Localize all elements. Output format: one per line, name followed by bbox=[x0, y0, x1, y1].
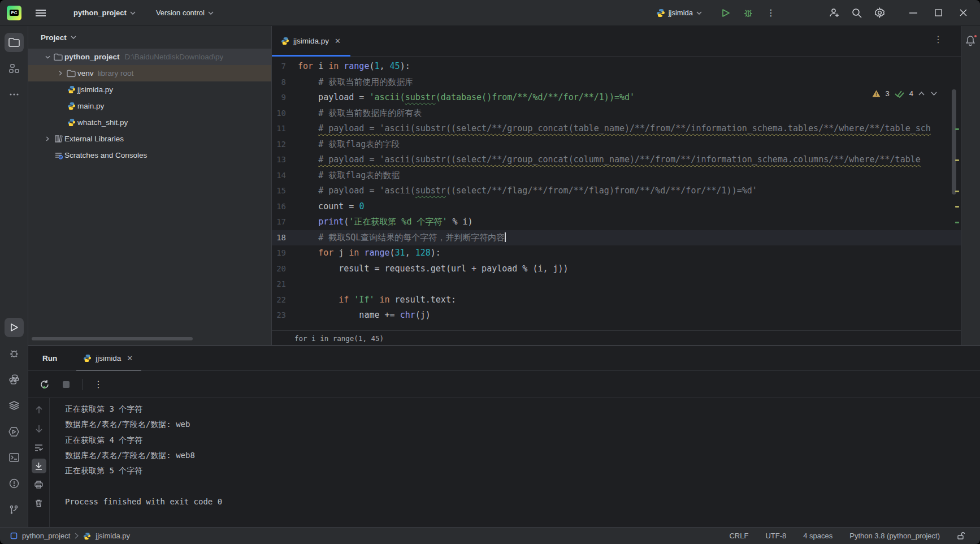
line-number[interactable]: 8 bbox=[272, 75, 298, 90]
rerun-button[interactable] bbox=[37, 377, 53, 392]
tab-close-icon[interactable]: ✕ bbox=[333, 36, 342, 46]
editor-vertical-scrollbar[interactable] bbox=[952, 89, 956, 195]
vcs-widget[interactable]: Version control bbox=[150, 4, 219, 22]
line-number[interactable]: 19 bbox=[272, 245, 298, 261]
run-icon[interactable] bbox=[5, 318, 24, 337]
line-number[interactable]: 22 bbox=[272, 292, 298, 308]
pycharm-logo: PC bbox=[7, 6, 21, 20]
run-tab-close-icon[interactable]: ✕ bbox=[125, 353, 135, 364]
print-icon[interactable] bbox=[32, 477, 46, 492]
code-editor[interactable]: 7for i in range(1, 45):8 # 获取当前使用的数据库9 p… bbox=[272, 57, 961, 330]
tree-item-venv[interactable]: venvlibrary root bbox=[28, 65, 271, 81]
toolbar-separator bbox=[82, 379, 83, 390]
warning-stripe-mark[interactable] bbox=[955, 206, 959, 208]
chevron-down-icon[interactable] bbox=[43, 55, 52, 59]
structure-icon[interactable] bbox=[5, 59, 24, 78]
text-caret bbox=[505, 232, 506, 242]
tree-item-external-libraries[interactable]: External Libraries bbox=[28, 131, 271, 147]
more-actions-icon[interactable]: ⋮ bbox=[760, 4, 782, 22]
stop-button[interactable] bbox=[58, 377, 74, 392]
more-tools-icon[interactable] bbox=[5, 85, 24, 104]
maximize-button[interactable] bbox=[926, 0, 951, 26]
problems-icon[interactable] bbox=[5, 474, 24, 493]
line-number[interactable]: 18 bbox=[272, 230, 298, 246]
status-project[interactable]: python_project bbox=[22, 532, 70, 540]
main-menu-icon[interactable] bbox=[29, 4, 52, 22]
python-console-icon[interactable] bbox=[5, 422, 24, 441]
python-packages-icon[interactable] bbox=[5, 370, 24, 389]
tree-item-jjsimida-py[interactable]: jjsimida.py bbox=[28, 81, 271, 98]
soft-wrap-icon[interactable] bbox=[32, 440, 46, 455]
line-number[interactable]: 7 bbox=[272, 59, 298, 75]
status-line-ending[interactable]: CRLF bbox=[729, 532, 748, 540]
terminal-icon[interactable] bbox=[5, 448, 24, 467]
console-line: 正在获取第 5 个字符 bbox=[65, 463, 222, 478]
line-number[interactable]: 11 bbox=[272, 121, 298, 137]
editor-tab-jjsimida[interactable]: jjsimida.py ✕ bbox=[272, 26, 350, 56]
typo-stripe-mark[interactable] bbox=[955, 128, 959, 130]
line-number[interactable]: 12 bbox=[272, 137, 298, 153]
up-stack-trace-icon[interactable] bbox=[32, 403, 46, 417]
chevron-right-icon bbox=[75, 533, 79, 539]
run-more-options-icon[interactable]: ⋮ bbox=[90, 377, 106, 392]
warning-stripe-mark[interactable] bbox=[955, 191, 959, 192]
tree-item-whatch-shit-py[interactable]: whatch_shit.py bbox=[28, 114, 271, 131]
line-number[interactable]: 14 bbox=[272, 168, 298, 184]
line-number[interactable]: 21 bbox=[272, 277, 298, 292]
status-interpreter[interactable]: Python 3.8 (python_project) bbox=[849, 532, 940, 540]
chevron-right-icon[interactable] bbox=[43, 136, 52, 141]
code-with-me-icon[interactable] bbox=[823, 4, 845, 22]
prev-problem-icon[interactable] bbox=[918, 92, 925, 96]
search-everywhere-icon[interactable] bbox=[845, 4, 868, 22]
down-stack-trace-icon[interactable] bbox=[32, 421, 46, 436]
line-number[interactable]: 9 bbox=[272, 90, 298, 106]
tree-item-label: venv bbox=[77, 69, 94, 77]
line-number[interactable]: 15 bbox=[272, 183, 298, 199]
inspections-widget[interactable]: 3 4 bbox=[872, 89, 937, 98]
code-text: # 获取flag表的数据 bbox=[298, 168, 400, 184]
project-widget[interactable]: python_project bbox=[68, 4, 141, 22]
next-problem-icon[interactable] bbox=[931, 92, 937, 96]
tree-item-label: jjsimida.py bbox=[77, 85, 113, 94]
editor-options-icon[interactable]: ⋮ bbox=[934, 34, 943, 45]
status-indent[interactable]: 4 spaces bbox=[803, 532, 832, 540]
settings-gear-icon[interactable] bbox=[868, 4, 891, 22]
status-encoding[interactable]: UTF-8 bbox=[765, 532, 786, 540]
status-file[interactable]: jjsimida.py bbox=[96, 532, 130, 540]
line-number[interactable]: 20 bbox=[272, 261, 298, 277]
typo-stripe-mark[interactable] bbox=[955, 222, 959, 223]
unlocked-padlock-icon[interactable] bbox=[957, 532, 965, 540]
python-icon bbox=[83, 532, 91, 540]
console-line bbox=[65, 478, 222, 494]
notifications-bell-icon[interactable] bbox=[965, 35, 977, 48]
run-console-output[interactable]: 正在获取第 3 个字符数据库名/表名/字段名/数据: web正在获取第 4 个字… bbox=[50, 398, 222, 527]
project-panel-header[interactable]: Project bbox=[28, 26, 271, 49]
console-line: 数据库名/表名/字段名/数据: web bbox=[65, 417, 222, 432]
minimize-button[interactable] bbox=[901, 0, 926, 26]
debug-icon[interactable] bbox=[5, 344, 24, 363]
run-panel-title[interactable]: Run bbox=[42, 354, 57, 362]
warning-stripe-mark[interactable] bbox=[955, 159, 959, 161]
tree-item-scratches-and-consoles[interactable]: Scratches and Consoles bbox=[28, 147, 271, 163]
line-number[interactable]: 10 bbox=[272, 106, 298, 122]
breadcrumbs-bar[interactable]: for i in range(1, 45) bbox=[272, 330, 961, 346]
line-number[interactable]: 17 bbox=[272, 214, 298, 230]
run-button[interactable] bbox=[714, 4, 737, 22]
run-tab-jjsimida[interactable]: jjsimida ✕ bbox=[80, 346, 138, 371]
run-configuration-widget[interactable]: jjsimida bbox=[651, 4, 708, 22]
line-number[interactable]: 13 bbox=[272, 152, 298, 168]
scroll-to-end-icon[interactable] bbox=[32, 459, 46, 473]
project-horizontal-scrollbar[interactable] bbox=[32, 337, 193, 340]
tree-item-python-project[interactable]: python_projectD:\BaiduNetdiskDownload\py bbox=[28, 49, 271, 65]
services-stack-icon[interactable] bbox=[5, 396, 24, 415]
tree-item-main-py[interactable]: main.py bbox=[28, 98, 271, 114]
debug-button[interactable] bbox=[737, 4, 760, 22]
clear-console-icon[interactable] bbox=[32, 496, 46, 511]
breadcrumb-context[interactable]: for i in range(1, 45) bbox=[294, 334, 384, 343]
project-icon[interactable] bbox=[5, 33, 24, 52]
version-control-icon[interactable] bbox=[5, 500, 24, 519]
chevron-right-icon[interactable] bbox=[56, 71, 65, 76]
line-number[interactable]: 23 bbox=[272, 308, 298, 323]
line-number[interactable]: 16 bbox=[272, 199, 298, 215]
close-button[interactable] bbox=[951, 0, 975, 26]
